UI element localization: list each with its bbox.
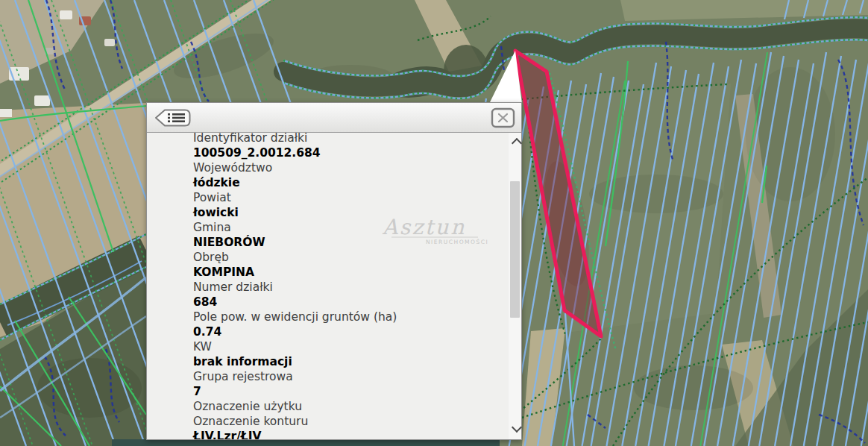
close-icon [491,107,516,128]
field-value: 100509_2.0012.684 [193,145,509,160]
field-label: Pole pow. w ewidencji gruntów (ha) [193,310,509,324]
scroll-up-button[interactable] [509,136,521,149]
parcel-info-panel: Identyfikator działki100509_2.0012.684Wo… [146,102,522,440]
field-value: NIEBORÓW [193,235,509,250]
field-value: KOMPINA [193,265,509,280]
field-value: 0.74 [193,324,509,339]
field-label: Województwo [193,160,509,175]
field-label: Obręb [193,250,509,265]
field-value: łódzkie [193,175,509,190]
field-value: brak informacji [193,354,509,369]
field-label: KW [193,339,509,354]
panel-scrollbar[interactable] [509,133,521,439]
field-label: Powiat [193,190,509,205]
field-value: 684 [193,295,509,310]
map-viewer: Identyfikator działki100509_2.0012.684Wo… [0,0,868,446]
field-value: 7 [193,384,509,399]
field-label: Numer działki [193,280,509,295]
back-to-list-button[interactable] [154,107,192,128]
panel-body: Identyfikator działki100509_2.0012.684Wo… [147,133,509,439]
field-label: Oznaczenie użytku [193,399,509,414]
field-label: Grupa rejestrowa [193,369,509,384]
field-label: Identyfikator działki [193,133,509,145]
parcel-fields: Identyfikator działki100509_2.0012.684Wo… [193,133,509,439]
scrollbar-thumb[interactable] [510,181,520,318]
panel-header [147,103,521,133]
close-button[interactable] [491,107,516,128]
field-label: Gmina [193,220,509,235]
scroll-down-button[interactable] [509,423,521,436]
field-label: Oznaczenie konturu [193,414,509,429]
chevron-down-icon [512,422,522,433]
list-icon [154,107,192,128]
field-value: łowicki [193,205,509,220]
chevron-up-icon [512,138,522,148]
field-value: ŁIV,Lzr/ŁIV [193,429,509,439]
